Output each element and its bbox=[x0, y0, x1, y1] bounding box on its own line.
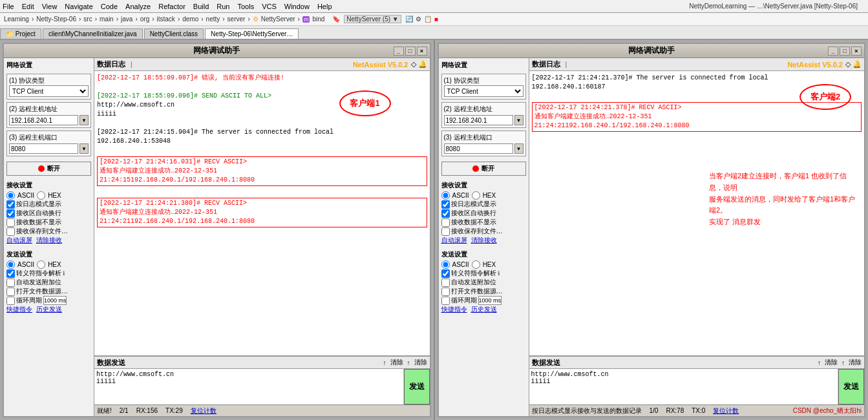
bc-itstack[interactable]: itstack bbox=[157, 16, 175, 23]
win1-clear-recv-link[interactable]: 清除接收 bbox=[36, 236, 62, 245]
win2-clear-recv-link[interactable]: 清除接收 bbox=[471, 236, 497, 245]
tab-nettyserver[interactable]: Netty-Step-06\NettyServer… bbox=[205, 28, 299, 39]
win1-host-input[interactable] bbox=[9, 115, 78, 125]
win2-links-row: 自动滚屏 清除接收 bbox=[441, 236, 526, 245]
win2-send-hex-radio[interactable] bbox=[472, 260, 480, 269]
bc-org[interactable]: org bbox=[140, 16, 149, 23]
tab-project[interactable]: 📁 Project bbox=[0, 28, 41, 39]
win2-loop-input[interactable] bbox=[478, 296, 502, 305]
menu-refactor[interactable]: Refactor bbox=[158, 3, 185, 10]
win2-clear1-btn[interactable]: 清除 bbox=[825, 358, 838, 367]
menu-navigate[interactable]: Navigate bbox=[65, 3, 92, 10]
tab-netty-client[interactable]: NettyClient.class bbox=[144, 28, 204, 39]
bc-server[interactable]: server bbox=[228, 16, 246, 23]
win1-auto-clear-link[interactable]: 自动滚屏 bbox=[6, 236, 32, 245]
win2-log-area[interactable]: [2022-12-17 21:24:21.370]# The server is… bbox=[529, 71, 865, 356]
menu-analyze[interactable]: Analyze bbox=[125, 3, 151, 10]
win2-host-input[interactable] bbox=[444, 115, 513, 125]
win2-log-separator: | bbox=[566, 61, 567, 68]
win2-log-mode-check[interactable] bbox=[441, 200, 450, 209]
bc-netty[interactable]: netty bbox=[206, 16, 220, 23]
win1-shortcuts-link[interactable]: 快捷指令 bbox=[6, 305, 32, 314]
win1-log-mode-check[interactable] bbox=[6, 200, 15, 209]
win2-protocol-select[interactable]: TCP Client bbox=[444, 85, 524, 97]
win2-history-link[interactable]: 历史发送 bbox=[471, 305, 497, 314]
menu-file[interactable]: File bbox=[3, 3, 14, 10]
win2-host-section: (2) 远程主机地址 ▼ bbox=[441, 102, 526, 128]
win1-history-link[interactable]: 历史发送 bbox=[36, 305, 62, 314]
win1-maximize[interactable]: □ bbox=[405, 47, 416, 56]
win1-save-file-check[interactable] bbox=[6, 227, 15, 236]
win1-clear2-btn[interactable]: 清除 bbox=[414, 358, 427, 367]
menu-code[interactable]: Code bbox=[101, 3, 118, 10]
win2-loop-check[interactable] bbox=[441, 297, 450, 305]
win2-clear2-btn[interactable]: 清除 bbox=[849, 358, 862, 367]
win2-save-file-check[interactable] bbox=[441, 227, 450, 236]
win1-protocol-select[interactable]: TCP Client bbox=[9, 85, 89, 97]
win1-open-file-check[interactable] bbox=[6, 288, 15, 296]
bc-demo[interactable]: demo bbox=[182, 16, 198, 23]
tab-channel-init[interactable]: client\MyChannelInitializer.java bbox=[43, 28, 143, 39]
menu-edit[interactable]: Edit bbox=[22, 3, 34, 10]
win2-log-gap bbox=[532, 92, 862, 101]
bc-src[interactable]: src bbox=[83, 16, 92, 23]
win1-disconnect-btn[interactable]: 断开 bbox=[6, 162, 91, 176]
win2-shortcuts-link[interactable]: 快捷指令 bbox=[441, 305, 467, 314]
win2-auto-newline-check[interactable] bbox=[441, 209, 450, 218]
win2-send-textarea[interactable]: http://www.cmsoft.cn iiiii bbox=[529, 369, 839, 404]
win1-clear1-btn[interactable]: 清除 bbox=[390, 358, 403, 367]
win1-auto-newline-check[interactable] bbox=[6, 209, 15, 218]
menu-build[interactable]: Build bbox=[193, 3, 209, 10]
win1-send-textarea[interactable]: http://www.cmsoft.cn iiiii bbox=[94, 369, 404, 404]
menu-view[interactable]: View bbox=[42, 3, 58, 10]
win2-auto-clear-link[interactable]: 自动滚屏 bbox=[441, 236, 467, 245]
win1-ascii-radio[interactable] bbox=[6, 191, 15, 200]
win2-ascii-radio[interactable] bbox=[441, 191, 450, 200]
win2-close[interactable]: × bbox=[851, 47, 862, 56]
bc-learning[interactable]: Learning bbox=[4, 16, 29, 23]
bc-java[interactable]: java bbox=[121, 16, 132, 23]
win1-log-area[interactable]: [2022-12-17 18:55:09.087]# 错误, 当前没有客户端连接… bbox=[94, 71, 430, 356]
win1-minimize[interactable]: _ bbox=[394, 47, 404, 56]
win2-maximize[interactable]: □ bbox=[840, 47, 850, 56]
menu-vcs[interactable]: VCS bbox=[262, 3, 277, 10]
menu-tools[interactable]: Tools bbox=[237, 3, 254, 10]
win1-send-btn[interactable]: 发送 bbox=[404, 369, 430, 404]
win1-port-input[interactable] bbox=[9, 143, 78, 154]
win1-host-dropdown[interactable]: ▼ bbox=[79, 115, 89, 125]
win1-loop-check[interactable] bbox=[6, 297, 15, 305]
win2-host-dropdown[interactable]: ▼ bbox=[514, 115, 524, 125]
win1-hex-radio[interactable] bbox=[37, 191, 45, 200]
bc-bind[interactable]: bind bbox=[312, 16, 324, 23]
win2-auto-crlf-check[interactable] bbox=[441, 278, 450, 287]
win1-send-ascii-radio[interactable] bbox=[6, 260, 15, 269]
bc-nettyserver[interactable]: NettyServer bbox=[261, 16, 295, 23]
win2-no-show-check[interactable] bbox=[441, 218, 450, 227]
win2-disconnect-btn[interactable]: 断开 bbox=[441, 162, 526, 176]
win1-auto-crlf-check[interactable] bbox=[6, 278, 15, 287]
win1-loop-input[interactable] bbox=[43, 296, 67, 305]
bc-nettyserver-select[interactable]: NettyServer (5) ▼ bbox=[344, 15, 401, 23]
menu-help[interactable]: Help bbox=[317, 3, 332, 10]
win1-escape-check[interactable] bbox=[6, 269, 15, 278]
win2-minimize[interactable]: _ bbox=[828, 47, 838, 56]
win2-port-dropdown[interactable]: ▼ bbox=[514, 143, 524, 154]
bc-main[interactable]: main bbox=[100, 16, 114, 23]
win1-no-show-check[interactable] bbox=[6, 218, 15, 227]
win1-disconnect-label: 断开 bbox=[47, 164, 60, 173]
win1-status-reset[interactable]: 复位计数 bbox=[191, 406, 217, 415]
win1-port-dropdown[interactable]: ▼ bbox=[79, 143, 89, 154]
win1-close[interactable]: × bbox=[417, 47, 427, 56]
win2-send-btn[interactable]: 发送 bbox=[838, 369, 864, 404]
win2-hex-radio[interactable] bbox=[472, 191, 480, 200]
win1-send-hex-radio[interactable] bbox=[37, 260, 45, 269]
menu-run[interactable]: Run bbox=[217, 3, 229, 10]
win2-escape-check[interactable] bbox=[441, 269, 450, 278]
menu-window[interactable]: Window bbox=[284, 3, 310, 10]
bc-step06[interactable]: Netty-Step-06 bbox=[36, 16, 76, 23]
win2-send-ascii-radio[interactable] bbox=[441, 260, 450, 269]
win2-open-file-check[interactable] bbox=[441, 288, 450, 296]
win2-port-input[interactable] bbox=[444, 143, 513, 154]
win2-status-reset[interactable]: 复位计数 bbox=[713, 406, 739, 415]
win2-encoding-row: ASCII HEX bbox=[441, 191, 526, 200]
